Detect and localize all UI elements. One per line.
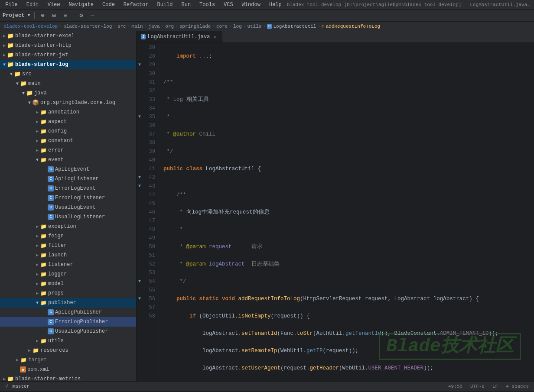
sidebar-item-annotation[interactable]: ▶ 📁 annotation bbox=[0, 107, 136, 117]
title-bar-path: bladex-tool-develop [D:\project\agilebpm… bbox=[287, 2, 532, 7]
sidebar-item-ErrorLogEvent[interactable]: C ErrorLogEvent bbox=[0, 184, 136, 193]
sidebar-label: resources bbox=[40, 347, 68, 353]
sidebar-label: target bbox=[28, 357, 47, 363]
menu-navigate[interactable]: Navigate bbox=[65, 1, 97, 9]
sidebar-item-constant[interactable]: ▶ 📁 constant bbox=[0, 136, 136, 146]
breadcrumb-item-2[interactable]: src bbox=[117, 24, 126, 29]
sidebar-item-package[interactable]: ▼ 📦 org.springblade.core.log bbox=[0, 98, 136, 107]
breadcrumb-item-4[interactable]: java bbox=[148, 24, 160, 29]
sidebar-item-error[interactable]: ▶ 📁 error bbox=[0, 146, 136, 155]
sidebar-label: listener bbox=[48, 262, 73, 268]
editor-area: J LogAbstractUtil.java ✕ ▼ ▼ bbox=[137, 31, 534, 381]
sidebar-item-main[interactable]: ▼ 📁 main bbox=[0, 79, 136, 88]
encoding-indicator[interactable]: UTF-8 bbox=[469, 384, 486, 389]
menu-tools[interactable]: Tools bbox=[196, 1, 218, 9]
git-branch[interactable]: ⑂ master bbox=[3, 384, 31, 389]
indent-indicator[interactable]: 4 spaces bbox=[504, 384, 531, 389]
sidebar-item-ErrorLogPublisher[interactable]: C ErrorLogPublisher bbox=[0, 317, 136, 327]
sidebar-item-exception[interactable]: ▶ 📁 exception bbox=[0, 222, 136, 231]
sidebar-item-UsualLogListener[interactable]: C UsualLogListener bbox=[0, 212, 136, 222]
sidebar-item-aspect[interactable]: ▶ 📁 aspect bbox=[0, 117, 136, 126]
sidebar-item-blade-starter-log[interactable]: ▼ 📁 blade-starter-log bbox=[0, 60, 136, 69]
sidebar-item-utils[interactable]: ▶ 📁 utils bbox=[0, 336, 136, 346]
sidebar-item-ApiLogListener[interactable]: C ApiLogListener bbox=[0, 174, 136, 184]
sidebar-item-listener[interactable]: ▶ 📁 listener bbox=[0, 260, 136, 269]
menu-help[interactable]: Help bbox=[266, 1, 285, 9]
expand-arrow: ▼ bbox=[21, 91, 26, 96]
folder-icon: 📁 bbox=[40, 147, 47, 154]
menu-build[interactable]: Build bbox=[153, 1, 176, 9]
sidebar-item-publisher[interactable]: ▼ 📁 publisher bbox=[0, 298, 136, 308]
sidebar-item-event[interactable]: ▼ 📁 event bbox=[0, 155, 136, 165]
menu-file[interactable]: File bbox=[2, 1, 21, 9]
menu-refactor[interactable]: Refactor bbox=[120, 1, 152, 9]
sidebar-label: launch bbox=[48, 252, 67, 258]
sidebar-item-pom-xml[interactable]: m pom.xml bbox=[0, 365, 136, 374]
sidebar-item-launch[interactable]: ▶ 📁 launch bbox=[0, 250, 136, 260]
menu-code[interactable]: Code bbox=[99, 1, 118, 9]
folder-icon: 📁 bbox=[20, 356, 27, 363]
sidebar-item-ApiLogEvent[interactable]: C ApiLogEvent bbox=[0, 165, 136, 174]
sidebar-item-target[interactable]: ▶ 📁 target bbox=[0, 355, 136, 365]
breadcrumb-item-5[interactable]: org bbox=[165, 24, 174, 29]
sidebar-label: blade-starter-http bbox=[15, 42, 72, 49]
menu-window[interactable]: Window bbox=[238, 1, 264, 9]
sidebar-label: ErrorLogEvent bbox=[55, 185, 96, 191]
breadcrumb-item-9[interactable]: utils bbox=[247, 24, 261, 29]
breadcrumb-item-6[interactable]: springblade bbox=[179, 24, 211, 29]
sidebar-item-java[interactable]: ▼ 📁 java bbox=[0, 88, 136, 98]
sidebar-item-ErrorLogListener[interactable]: C ErrorLogListener bbox=[0, 193, 136, 203]
sidebar-item-logger[interactable]: ▶ 📁 logger bbox=[0, 269, 136, 279]
menu-run[interactable]: Run bbox=[178, 1, 194, 9]
sidebar-item-ApiLogPublisher[interactable]: C ApiLogPublisher bbox=[0, 308, 136, 317]
expand-arrow: ▼ bbox=[27, 100, 32, 105]
breadcrumb-item-1[interactable]: blade-starter-log bbox=[63, 24, 112, 29]
code-line-38: * bbox=[163, 225, 530, 234]
sidebar-item-filter[interactable]: ▶ 📁 filter bbox=[0, 241, 136, 250]
project-toolbar: Project ▼ ⊕ ⊞ ≡ ⚙ — bbox=[0, 10, 534, 22]
sidebar-item-blade-starter-metrics[interactable]: ▶ 📁 blade-starter-metrics bbox=[0, 374, 136, 381]
sort-button[interactable]: ≡ bbox=[60, 11, 70, 20]
layout-button[interactable]: ⊞ bbox=[49, 11, 59, 20]
sidebar-item-config[interactable]: ▶ 📁 config bbox=[0, 126, 136, 136]
breadcrumb-item-8[interactable]: log bbox=[233, 24, 242, 29]
menu-edit[interactable]: Edit bbox=[23, 1, 42, 9]
sidebar-item-src[interactable]: ▼ 📁 src bbox=[0, 69, 136, 79]
sidebar-item-props[interactable]: ▶ 📁 props bbox=[0, 288, 136, 298]
class-icon: C bbox=[48, 195, 54, 201]
breadcrumb-item-3[interactable]: main bbox=[131, 24, 143, 29]
expand-arrow: ▶ bbox=[35, 119, 40, 124]
sidebar-label: config bbox=[48, 128, 67, 134]
sidebar-item-blade-starter-http[interactable]: ▶ 📁 blade-starter-http bbox=[0, 41, 136, 50]
sidebar-item-model[interactable]: ▶ 📁 model bbox=[0, 279, 136, 288]
breadcrumb-item-10[interactable]: CLogAbstractUtil bbox=[267, 23, 316, 29]
code-line-42: public static void addRequestInfoToLog(H… bbox=[163, 295, 530, 303]
breadcrumb-item-11[interactable]: maddRequestInfoToLog bbox=[322, 24, 380, 29]
add-button[interactable]: ⊕ bbox=[38, 11, 47, 20]
breadcrumb-item-0[interactable]: bladex-tool-develop bbox=[3, 24, 58, 29]
sidebar-item-resources[interactable]: ▶ 📁 resources bbox=[0, 346, 136, 355]
sidebar-item-blade-starter-excel[interactable]: ▶ 📁 blade-starter-excel bbox=[0, 31, 136, 41]
line-ending-indicator[interactable]: LF bbox=[491, 384, 500, 389]
sidebar-item-UsualLogEvent[interactable]: C UsualLogEvent bbox=[0, 203, 136, 212]
sidebar-item-blade-starter-jwt[interactable]: ▶ 📁 blade-starter-jwt bbox=[0, 50, 136, 60]
folder-icon: 📁 bbox=[7, 42, 14, 49]
sidebar-item-feign[interactable]: ▶ 📁 feign bbox=[0, 231, 136, 241]
sidebar-label: blade-starter-excel bbox=[15, 33, 75, 39]
folder-icon: 📁 bbox=[40, 337, 47, 344]
code-content[interactable]: import ...; /** * Log 相关工具 * * @author C… bbox=[159, 43, 534, 381]
code-line-30: * Log 相关工具 bbox=[163, 95, 530, 104]
tab-LogAbstractUtil[interactable]: J LogAbstractUtil.java ✕ bbox=[137, 31, 222, 42]
settings-button[interactable]: ⚙ bbox=[76, 11, 86, 20]
sidebar-item-UsualLogPublisher[interactable]: C UsualLogPublisher bbox=[0, 327, 136, 336]
tab-close-button[interactable]: ✕ bbox=[212, 34, 218, 40]
toolbar-separator-2 bbox=[73, 12, 73, 19]
code-line-37: * 向log中添加补充request的信息 bbox=[163, 208, 530, 217]
close-sidebar-button[interactable]: — bbox=[88, 11, 97, 20]
breadcrumb-item-7[interactable]: core bbox=[216, 24, 228, 29]
project-dropdown-arrow[interactable]: ▼ bbox=[26, 13, 31, 18]
menu-view[interactable]: View bbox=[44, 1, 64, 9]
expand-arrow: ▶ bbox=[2, 33, 7, 39]
expand-arrow: ▼ bbox=[9, 71, 14, 77]
menu-vcs[interactable]: VCS bbox=[220, 1, 237, 9]
